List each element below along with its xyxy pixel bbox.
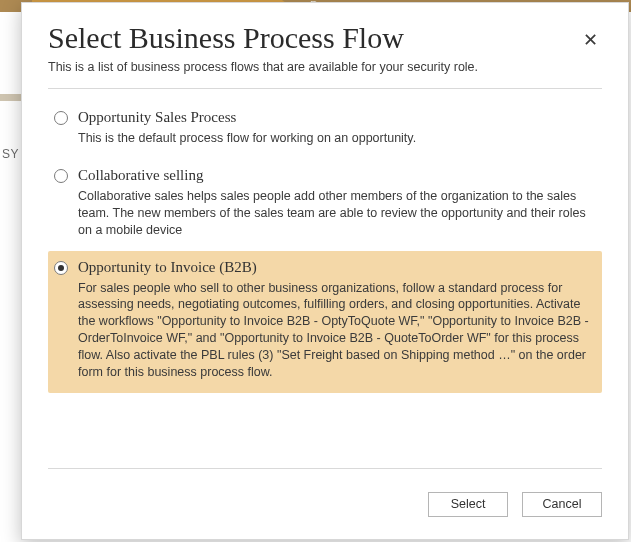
select-process-dialog: ✕ Select Business Process Flow This is a…: [21, 2, 629, 540]
option-opportunity-to-invoice[interactable]: Opportunity to Invoice (B2B) For sales p…: [48, 251, 602, 393]
cancel-button[interactable]: Cancel: [522, 492, 602, 517]
radio-icon: [54, 111, 68, 125]
option-opportunity-sales-process[interactable]: Opportunity Sales Process This is the de…: [48, 101, 602, 159]
dialog-subtitle: This is a list of business process flows…: [48, 60, 602, 74]
radio-icon: [54, 261, 68, 275]
select-button[interactable]: Select: [428, 492, 508, 517]
option-description: This is the default process flow for wor…: [78, 130, 594, 147]
option-collaborative-selling[interactable]: Collaborative selling Collaborative sale…: [48, 159, 602, 251]
radio-icon: [54, 169, 68, 183]
option-description: Collaborative sales helps sales people a…: [78, 188, 594, 239]
options-list: Opportunity Sales Process This is the de…: [48, 101, 602, 393]
option-title: Opportunity to Invoice (B2B): [78, 259, 594, 276]
background-left-strip: [0, 12, 21, 542]
option-description: For sales people who sell to other busin…: [78, 280, 594, 381]
background-side-text: SY: [2, 147, 19, 161]
divider-bottom: [48, 468, 602, 469]
close-button[interactable]: ✕: [578, 29, 602, 53]
option-title: Opportunity Sales Process: [78, 109, 594, 126]
option-title: Collaborative selling: [78, 167, 594, 184]
dialog-footer: Select Cancel: [428, 492, 602, 517]
close-icon: ✕: [583, 30, 598, 50]
dialog-title: Select Business Process Flow: [48, 21, 572, 54]
divider-top: [48, 88, 602, 89]
